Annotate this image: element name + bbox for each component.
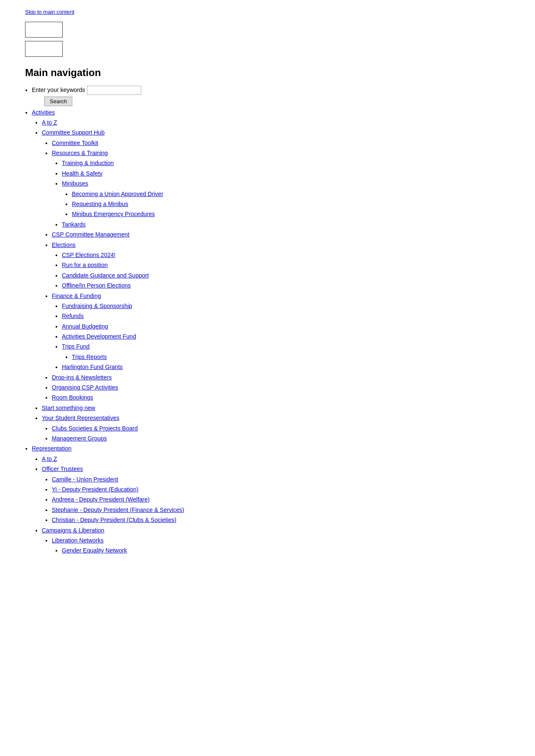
nav-link-christian[interactable]: Christian - Deputy President (Clubs & So… <box>52 517 176 523</box>
search-section: Enter your keywords Search <box>32 85 510 106</box>
logo-area <box>25 22 510 57</box>
nav-link-finance-funding[interactable]: Finance & Funding <box>52 293 101 299</box>
nav-link-minibuses[interactable]: Minibuses <box>62 180 88 187</box>
nav-item-minibus-emergency: Minibus Emergency Procedures <box>72 209 510 219</box>
nav-item-committee-support-hub: Committee Support Hub Committee Toolkit … <box>42 128 510 402</box>
nav-item-a-to-z-representation: A to Z <box>42 454 510 463</box>
skip-link[interactable]: Skip to main content <box>25 9 74 15</box>
nav-link-elections[interactable]: Elections <box>52 242 76 248</box>
nav-item-christian: Christian - Deputy President (Clubs & So… <box>52 515 510 524</box>
nav-link-camille[interactable]: Camille - Union President <box>52 476 118 483</box>
logo-box-bottom <box>25 41 63 57</box>
nav-item-student-representatives: Your Student Representatives Clubs Socie… <box>42 413 510 443</box>
nav-item-representation: Representation A to Z Officer Trustees C… <box>32 444 510 555</box>
main-navigation: Enter your keywords Search Activities A … <box>25 85 510 555</box>
nav-item-drop-ins: Drop-ins & Newsletters <box>52 373 510 382</box>
nav-item-health-safety: Health & Safety <box>62 169 510 178</box>
nav-item-management-groups: Management Groups <box>52 434 510 443</box>
nav-item-clubs-societies-projects: Clubs Societies & Projects Board <box>52 424 510 433</box>
nav-link-officer-trustees[interactable]: Officer Trustees <box>42 466 83 472</box>
nav-item-liberation-networks: Liberation Networks Gender Equality Netw… <box>52 536 510 555</box>
nav-link-student-representatives[interactable]: Your Student Representatives <box>42 415 120 421</box>
nav-link-csp-committee-management[interactable]: CSP Committee Management <box>52 231 130 238</box>
nav-link-training-induction[interactable]: Training & Induction <box>62 160 114 166</box>
nav-item-minibuses: Minibuses Becoming a Union Approved Driv… <box>62 179 510 219</box>
nav-link-room-bookings[interactable]: Room Bookings <box>52 394 93 401</box>
nav-link-campaigns-liberation[interactable]: Campaigns & Liberation <box>42 527 104 534</box>
nav-item-csp-elections-2024: CSP Elections 2024! <box>62 250 510 260</box>
nav-link-fundraising[interactable]: Fundraising & Sponsorship <box>62 303 132 309</box>
nav-link-requesting-minibus[interactable]: Requesting a Minibus <box>72 201 128 207</box>
nav-item-officer-trustees: Officer Trustees Camille - Union Preside… <box>42 464 510 524</box>
nav-item-andreea: Andreea - Deputy President (Welfare) <box>52 495 510 504</box>
nav-link-trips-fund[interactable]: Trips Fund <box>62 343 89 350</box>
nav-item-a-to-z-activities: A to Z <box>42 118 510 127</box>
nav-item-stephanie: Stephanie - Deputy President (Finance & … <box>52 505 510 514</box>
nav-link-andreea[interactable]: Andreea - Deputy President (Welfare) <box>52 496 150 503</box>
nav-link-offline-elections[interactable]: Offline/In Person Elections <box>62 282 131 289</box>
search-input[interactable] <box>87 86 141 95</box>
nav-link-drop-ins[interactable]: Drop-ins & Newsletters <box>52 374 112 381</box>
nav-link-stephanie[interactable]: Stephanie - Deputy President (Finance & … <box>52 507 184 513</box>
nav-link-liberation-networks[interactable]: Liberation Networks <box>52 537 104 544</box>
nav-item-annual-budgeting: Annual Budgeting <box>62 322 510 331</box>
nav-link-resources-training[interactable]: Resources & Training <box>52 150 108 156</box>
nav-item-csp-committee-management: CSP Committee Management <box>52 230 510 239</box>
nav-link-gender-equality-network[interactable]: Gender Equality Network <box>62 547 127 554</box>
nav-item-camille: Camille - Union President <box>52 475 510 484</box>
nav-item-training-induction: Training & Induction <box>62 158 510 168</box>
nav-item-offline-elections: Offline/In Person Elections <box>62 281 510 290</box>
nav-link-minibus-emergency[interactable]: Minibus Emergency Procedures <box>72 211 155 217</box>
nav-item-room-bookings: Room Bookings <box>52 393 510 402</box>
nav-item-tankards: Tankards <box>62 220 510 229</box>
nav-link-management-groups[interactable]: Management Groups <box>52 435 107 442</box>
nav-item-gender-equality-network: Gender Equality Network <box>62 546 510 555</box>
nav-link-committee-support-hub[interactable]: Committee Support Hub <box>42 129 104 136</box>
nav-link-activities[interactable]: Activities <box>32 109 55 116</box>
nav-item-trips-fund: Trips Fund Trips Reports <box>62 342 510 361</box>
nav-link-trips-reports[interactable]: Trips Reports <box>72 354 107 360</box>
nav-item-organising-csp: Organising CSP Activities <box>52 383 510 392</box>
nav-item-union-approved-driver: Becoming a Union Approved Driver <box>72 189 510 199</box>
search-button[interactable]: Search <box>44 97 72 106</box>
nav-link-activities-development-fund[interactable]: Activities Development Fund <box>62 333 136 340</box>
nav-item-resources-training: Resources & Training Training & Inductio… <box>52 148 510 229</box>
nav-item-candidate-guidance: Candidate Guidance and Support <box>62 271 510 280</box>
nav-link-a-to-z-activities[interactable]: A to Z <box>42 119 57 126</box>
nav-link-start-something-new[interactable]: Start something new <box>42 405 95 411</box>
nav-link-csp-elections-2024[interactable]: CSP Elections 2024! <box>62 252 115 258</box>
logo-box-top <box>25 22 63 38</box>
nav-item-run-for-position: Run for a position <box>62 260 510 270</box>
nav-link-clubs-societies-projects[interactable]: Clubs Societies & Projects Board <box>52 425 138 432</box>
nav-item-activities-development-fund: Activities Development Fund <box>62 332 510 341</box>
nav-item-committee-toolkit: Committee Toolkit <box>52 138 510 148</box>
nav-item-refunds: Refunds <box>62 311 510 321</box>
nav-link-yi[interactable]: Yi - Deputy President (Education) <box>52 486 138 493</box>
nav-link-union-approved-driver[interactable]: Becoming a Union Approved Driver <box>72 191 163 197</box>
nav-item-fundraising: Fundraising & Sponsorship <box>62 301 510 311</box>
nav-link-organising-csp[interactable]: Organising CSP Activities <box>52 384 118 391</box>
main-nav-title: Main navigation <box>25 67 510 79</box>
nav-item-trips-reports: Trips Reports <box>72 352 510 361</box>
nav-item-elections: Elections CSP Elections 2024! Run for a … <box>52 240 510 290</box>
nav-link-run-for-position[interactable]: Run for a position <box>62 262 108 268</box>
nav-item-campaigns-liberation: Campaigns & Liberation Liberation Networ… <box>42 526 510 555</box>
nav-link-candidate-guidance[interactable]: Candidate Guidance and Support <box>62 272 149 279</box>
nav-item-yi: Yi - Deputy President (Education) <box>52 485 510 494</box>
nav-item-requesting-minibus: Requesting a Minibus <box>72 199 510 209</box>
nav-link-committee-toolkit[interactable]: Committee Toolkit <box>52 140 98 146</box>
nav-link-representation[interactable]: Representation <box>32 445 71 452</box>
search-label: Enter your keywords <box>32 87 85 93</box>
nav-link-annual-budgeting[interactable]: Annual Budgeting <box>62 323 108 330</box>
nav-link-tankards[interactable]: Tankards <box>62 221 86 228</box>
nav-item-finance-funding: Finance & Funding Fundraising & Sponsors… <box>52 291 510 372</box>
nav-item-activities: Activities A to Z Committee Support Hub … <box>32 108 510 443</box>
nav-link-health-safety[interactable]: Health & Safety <box>62 170 102 177</box>
nav-link-a-to-z-representation[interactable]: A to Z <box>42 456 57 462</box>
nav-link-harlington-fund[interactable]: Harlington Fund Grants <box>62 364 123 370</box>
nav-link-refunds[interactable]: Refunds <box>62 313 84 319</box>
nav-item-start-something-new: Start something new <box>42 403 510 412</box>
nav-item-harlington-fund: Harlington Fund Grants <box>62 362 510 372</box>
